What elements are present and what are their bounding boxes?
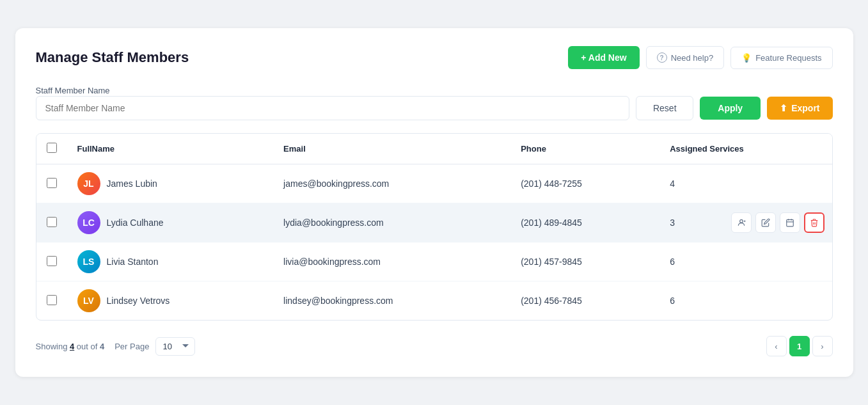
- row-checkbox-cell: [36, 242, 67, 282]
- staff-name-1: James Lubin: [107, 179, 157, 189]
- assign-service-button-2[interactable]: [731, 212, 752, 233]
- showing-per-page: Showing 4 out of 4 Per Page 10 25 50 100: [36, 337, 196, 356]
- row-name-cell-2: LC Lydia Culhane: [67, 203, 274, 242]
- row-checkbox-cell: [36, 203, 67, 242]
- staff-name-4: Lindsey Vetrovs: [107, 296, 170, 306]
- svg-point-0: [739, 219, 743, 223]
- showing-count: 4: [70, 342, 74, 351]
- row-name-cell-3: LS Livia Stanton: [67, 242, 274, 282]
- row-email-cell-4: lindsey@bookingpress.com: [273, 282, 510, 321]
- avatar-3: LS: [77, 250, 100, 273]
- staff-phone-2: (201) 489-4845: [521, 218, 582, 228]
- row-email-cell-1: james@bookingpress.com: [273, 164, 510, 203]
- total-count: 4: [100, 342, 104, 351]
- add-new-button[interactable]: + Add New: [568, 46, 639, 69]
- row-name-cell-4: LV Lindsey Vetrovs: [67, 282, 274, 321]
- filter-label: Staff Member Name: [36, 86, 110, 95]
- staff-phone-4: (201) 456-7845: [521, 296, 582, 306]
- per-page-select[interactable]: 10 25 50 100: [155, 337, 195, 356]
- row-email-cell-3: livia@bookingpress.com: [273, 242, 510, 282]
- row-checkbox-cell: [36, 164, 67, 203]
- header-checkbox-cell: [36, 134, 67, 164]
- staff-email-1: james@bookingpress.com: [283, 179, 389, 189]
- filter-section: Staff Member Name Reset Apply ⬆ Export: [36, 84, 833, 120]
- row-checkbox-4[interactable]: [47, 295, 57, 305]
- row-email-cell-2: lydia@bookingpress.com: [273, 203, 510, 242]
- staff-services-4: 6: [670, 296, 675, 306]
- help-icon: ?: [657, 52, 667, 63]
- select-all-checkbox[interactable]: [47, 143, 57, 153]
- row-services-cell-3: 6: [659, 242, 832, 282]
- staff-email-3: livia@bookingpress.com: [283, 257, 381, 267]
- table-row: LV Lindsey Vetrovs lindsey@bookingpress.…: [36, 282, 832, 321]
- delete-button-2[interactable]: [804, 212, 825, 233]
- footer-row: Showing 4 out of 4 Per Page 10 25 50 100…: [36, 336, 833, 356]
- row-checkbox-cell: [36, 282, 67, 321]
- row-phone-cell-2: (201) 489-4845: [510, 203, 659, 242]
- row-name-cell-1: JL James Lubin: [67, 164, 274, 203]
- per-page-section: Per Page 10 25 50 100: [114, 337, 195, 356]
- page-1-button[interactable]: 1: [789, 336, 810, 356]
- export-icon: ⬆: [780, 103, 787, 113]
- staff-table-container: FullName Email Phone Assigned Services J…: [36, 133, 833, 321]
- row-phone-cell-4: (201) 456-7845: [510, 282, 659, 321]
- avatar-4: LV: [77, 289, 100, 312]
- export-label: Export: [791, 103, 819, 113]
- row-services-cell-1: 4: [659, 164, 832, 203]
- svg-rect-3: [786, 219, 793, 226]
- table-row: JL James Lubin james@bookingpress.com (2…: [36, 164, 832, 203]
- row-checkbox-1[interactable]: [47, 178, 57, 188]
- staff-services-3: 6: [670, 257, 675, 267]
- avatar-1: JL: [77, 172, 100, 195]
- row-phone-cell-3: (201) 457-9845: [510, 242, 659, 282]
- table-row: LS Livia Stanton livia@bookingpress.com …: [36, 242, 832, 282]
- row-services-cell-2: 3: [659, 203, 832, 242]
- feature-icon: 💡: [741, 53, 752, 63]
- feature-requests-button[interactable]: 💡 Feature Requests: [730, 47, 832, 69]
- staff-name-input[interactable]: [36, 96, 630, 120]
- prev-page-button[interactable]: ‹: [766, 336, 787, 356]
- need-help-label: Need help?: [671, 53, 714, 63]
- pagination: ‹ 1 ›: [766, 336, 833, 356]
- reset-button[interactable]: Reset: [636, 96, 693, 120]
- feature-requests-label: Feature Requests: [755, 53, 821, 63]
- staff-name-2: Lydia Culhane: [107, 218, 164, 228]
- row-phone-cell-1: (201) 448-7255: [510, 164, 659, 203]
- filter-row: Reset Apply ⬆ Export: [36, 96, 833, 120]
- header-row: Manage Staff Members + Add New ? Need he…: [36, 46, 833, 69]
- staff-email-4: lindsey@bookingpress.com: [283, 296, 393, 306]
- row-services-cell-4: 6: [659, 282, 832, 321]
- row-checkbox-2[interactable]: [47, 217, 57, 227]
- header-actions: + Add New ? Need help? 💡 Feature Request…: [568, 46, 832, 69]
- table-row: LC Lydia Culhane lydia@bookingpress.com …: [36, 203, 832, 242]
- row-checkbox-3[interactable]: [47, 256, 57, 266]
- per-page-label: Per Page: [114, 342, 149, 351]
- avatar-2: LC: [77, 211, 100, 234]
- calendar-button-2[interactable]: [780, 212, 800, 233]
- showing-text: Showing 4 out of 4: [36, 342, 105, 351]
- col-assigned-services: Assigned Services: [659, 134, 832, 164]
- need-help-button[interactable]: ? Need help?: [646, 46, 725, 69]
- page-title: Manage Staff Members: [36, 49, 189, 66]
- next-page-button[interactable]: ›: [812, 336, 833, 356]
- staff-email-2: lydia@bookingpress.com: [283, 218, 384, 228]
- staff-name-3: Livia Stanton: [107, 257, 159, 267]
- main-card: Manage Staff Members + Add New ? Need he…: [15, 28, 853, 377]
- export-button[interactable]: ⬆ Export: [767, 97, 832, 120]
- staff-phone-1: (201) 448-7255: [521, 179, 582, 189]
- edit-button-2[interactable]: [755, 212, 776, 233]
- table-header: FullName Email Phone Assigned Services: [36, 134, 832, 164]
- staff-services-1: 4: [670, 179, 675, 189]
- col-phone: Phone: [510, 134, 659, 164]
- col-fullname: FullName: [67, 134, 274, 164]
- col-email: Email: [273, 134, 510, 164]
- staff-services-2: 3: [670, 218, 675, 228]
- staff-table: FullName Email Phone Assigned Services J…: [36, 134, 832, 320]
- staff-phone-3: (201) 457-9845: [521, 257, 582, 267]
- apply-button[interactable]: Apply: [700, 97, 761, 120]
- table-body: JL James Lubin james@bookingpress.com (2…: [36, 164, 832, 321]
